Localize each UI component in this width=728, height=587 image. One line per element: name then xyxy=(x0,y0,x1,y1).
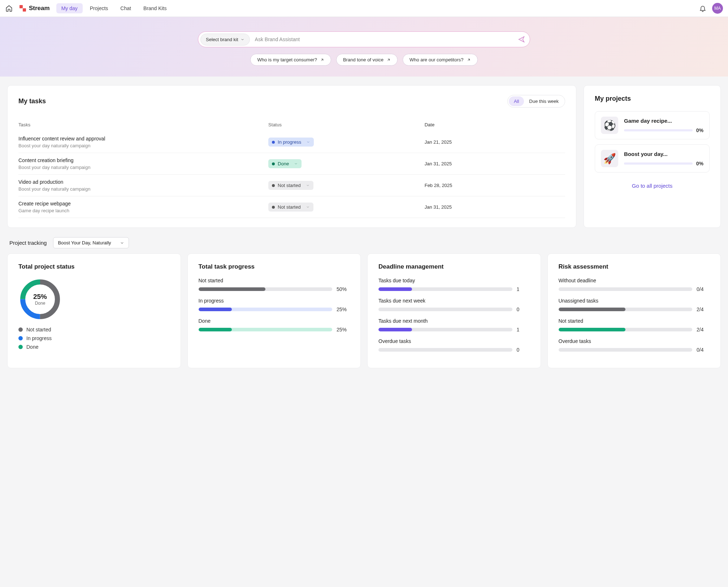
chip-tone-of-voice[interactable]: Brand tone of voice xyxy=(336,54,398,66)
task-name: Content creation briefing xyxy=(18,157,268,163)
chip-label: Who are our competitors? xyxy=(410,57,464,62)
card-title: Risk assessment xyxy=(559,263,710,270)
metric-value: 25% xyxy=(337,306,350,312)
project-icon: 🚀 xyxy=(601,150,618,167)
metric-value: 50% xyxy=(337,286,350,292)
project-percent: 0% xyxy=(696,127,703,133)
project-item[interactable]: 🚀 Boost your day... 0% xyxy=(595,144,710,173)
project-icon: ⚽ xyxy=(601,117,618,134)
legend-label: In progress xyxy=(26,335,52,341)
send-button[interactable] xyxy=(515,33,528,45)
progress-bar xyxy=(378,287,512,291)
project-name: Boost your day... xyxy=(624,151,703,157)
go-to-projects-link[interactable]: Go to all projects xyxy=(595,183,710,189)
progress-fill xyxy=(199,328,232,331)
donut-center-label: Done xyxy=(35,301,46,306)
hero: Select brand kit Who is my target consum… xyxy=(0,17,728,77)
metric-label: Done xyxy=(199,318,350,324)
task-subtitle: Game day recipe launch xyxy=(18,208,268,213)
task-row[interactable]: Content creation briefing Boost your day… xyxy=(18,153,565,175)
progress-bar xyxy=(559,348,693,352)
my-projects-title: My projects xyxy=(595,95,710,103)
task-row[interactable]: Video ad production Boost your day natur… xyxy=(18,175,565,196)
project-item[interactable]: ⚽ Game day recipe... 0% xyxy=(595,111,710,139)
metric-label: Overdue tasks xyxy=(378,338,530,344)
topbar: Stream My day Projects Chat Brand Kits M… xyxy=(0,0,728,17)
status-label: Not started xyxy=(278,204,301,210)
status-dot-icon xyxy=(272,162,275,165)
home-icon[interactable] xyxy=(5,4,13,12)
status-dot-icon xyxy=(272,206,275,209)
chevron-down-icon xyxy=(294,162,298,166)
my-tasks-title: My tasks xyxy=(18,97,46,105)
progress-bar xyxy=(199,308,333,311)
legend-item: Done xyxy=(18,344,52,350)
metric-row: Without deadline 0/4 xyxy=(559,278,710,292)
nav-chat[interactable]: Chat xyxy=(115,3,136,13)
task-name: Influencer content review and approval xyxy=(18,136,268,142)
metric-value: 1 xyxy=(517,327,530,332)
nav-projects[interactable]: Projects xyxy=(85,3,113,13)
tasks-filter-all[interactable]: All xyxy=(509,96,524,106)
task-row[interactable]: Create recipe webpage Game day recipe la… xyxy=(18,196,565,218)
col-status: Status xyxy=(268,122,425,127)
assistant-input-wrap: Select brand kit xyxy=(198,31,530,47)
progress-fill xyxy=(199,308,232,311)
project-tracking-dropdown[interactable]: Boost Your Day, Naturally xyxy=(53,237,129,248)
progress-bar xyxy=(199,328,333,331)
progress-fill xyxy=(199,287,265,291)
brand-logo-icon xyxy=(20,5,26,12)
total-project-status-card: Total project status 25% Done Not starte… xyxy=(7,253,181,368)
chevron-down-icon xyxy=(306,140,310,144)
deadline-management-card: Deadline management Tasks due today 1 Ta… xyxy=(367,253,541,368)
status-pill[interactable]: Done xyxy=(268,159,302,168)
nav-brand-kits[interactable]: Brand Kits xyxy=(138,3,172,13)
progress-bar xyxy=(378,328,512,331)
donut-center-value: 25% xyxy=(33,293,47,301)
avatar[interactable]: MA xyxy=(712,3,723,14)
metric-value: 1 xyxy=(517,286,530,292)
brand-name: Stream xyxy=(29,5,50,12)
metric-row: Tasks due today 1 xyxy=(378,278,530,292)
status-pill[interactable]: Not started xyxy=(268,181,313,190)
legend-item: Not started xyxy=(18,327,52,332)
chevron-down-icon xyxy=(120,241,124,245)
progress-fill xyxy=(378,287,412,291)
status-label: Not started xyxy=(278,183,301,188)
progress-bar xyxy=(559,287,693,291)
status-dot-icon xyxy=(272,184,275,187)
assistant-input[interactable] xyxy=(254,34,512,45)
select-brand-kit-label: Select brand kit xyxy=(206,37,238,42)
send-icon xyxy=(518,36,525,43)
my-projects-card: My projects ⚽ Game day recipe... 0% 🚀 Bo… xyxy=(584,85,721,228)
status-pill[interactable]: In progress xyxy=(268,138,314,147)
metric-row: Tasks due next week 0 xyxy=(378,298,530,312)
metric-row: Not started 50% xyxy=(199,278,350,292)
nav-my-day[interactable]: My day xyxy=(56,3,83,13)
card-title: Total task progress xyxy=(199,263,350,270)
progress-bar xyxy=(559,328,693,331)
brand[interactable]: Stream xyxy=(20,5,50,12)
metric-row: Done 25% xyxy=(199,318,350,332)
metric-row: Overdue tasks 0/4 xyxy=(559,338,710,353)
my-tasks-card: My tasks All Due this week Tasks Status … xyxy=(7,85,576,228)
metric-label: Tasks due next month xyxy=(378,318,530,324)
metric-value: 2/4 xyxy=(697,327,710,332)
chip-target-consumer[interactable]: Who is my target consumer? xyxy=(250,54,331,66)
progress-fill xyxy=(559,328,625,331)
task-row[interactable]: Influencer content review and approval B… xyxy=(18,131,565,153)
tasks-filter-due[interactable]: Due this week xyxy=(524,96,564,106)
chip-competitors[interactable]: Who are our competitors? xyxy=(403,54,478,66)
arrow-up-right-icon xyxy=(386,58,391,62)
metric-row: Not started 2/4 xyxy=(559,318,710,332)
metric-label: Without deadline xyxy=(559,278,710,283)
bell-icon[interactable] xyxy=(699,5,706,12)
metric-label: Unassigned tasks xyxy=(559,298,710,304)
metric-row: In progress 25% xyxy=(199,298,350,312)
metric-row: Unassigned tasks 2/4 xyxy=(559,298,710,312)
project-tracking-title: Project tracking xyxy=(9,240,47,246)
metric-value: 25% xyxy=(337,327,350,332)
select-brand-kit-button[interactable]: Select brand kit xyxy=(200,34,250,45)
status-pill[interactable]: Not started xyxy=(268,203,313,212)
progress-fill xyxy=(378,328,412,331)
